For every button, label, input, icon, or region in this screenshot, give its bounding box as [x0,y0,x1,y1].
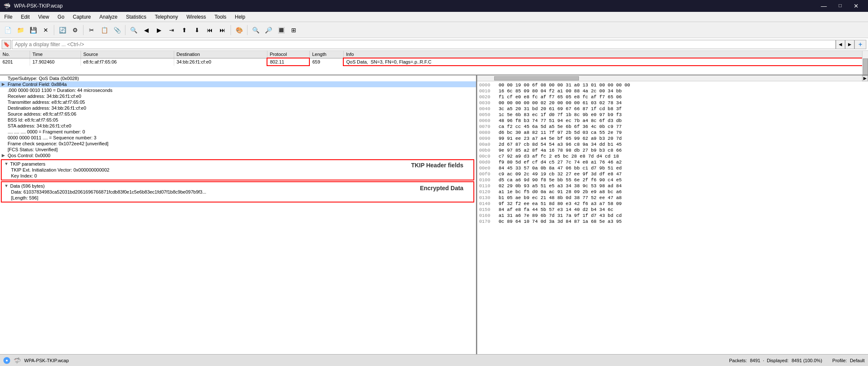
menu-wireless[interactable]: Wireless [182,12,210,22]
table-row[interactable]: 6201 17.902460 e8:fc:af:f7:65:06 34:bb:2… [0,58,868,66]
hex-row[interactable]: 0130b1 05 ae b9 ec 21 48 8b 0d 38 77 52 … [478,195,867,201]
toolbar-prev[interactable]: ⬆ [178,24,190,36]
toolbar-save[interactable]: 💾 [27,24,39,36]
menu-analyze[interactable]: Analyze [95,12,122,22]
menu-edit[interactable]: Edit [17,12,34,22]
toolbar-paste[interactable]: 📎 [111,24,123,36]
hex-row[interactable]: 01409f 32 f2 ee ea 51 8d 80 e3 42 f6 a3 … [478,201,867,207]
hex-row[interactable]: 0160a1 31 a6 7e 89 6b 7d 31 7a 9f 1f d7 … [478,213,867,219]
col-destination[interactable]: Destination [174,51,267,58]
toolbar-go-to[interactable]: ⇥ [166,24,178,36]
toolbar-zoom-in[interactable]: 🔍 [250,24,262,36]
packet-list-scrollbar[interactable] [862,51,868,75]
filter-next-button[interactable]: ▶ [845,40,854,49]
hex-row[interactable]: 00501c 5e 6b 83 ec 1f d0 7f 1b 8c 9b e0 … [478,112,867,118]
filter-add-button[interactable]: + [854,40,866,49]
toolbar-copy[interactable]: 📋 [98,24,110,36]
detail-data-length[interactable]: [Length: 596] [3,195,473,201]
hex-row[interactable]: 009099 91 ee 23 a7 a4 5e bf 05 99 62 a9 … [478,136,867,141]
toolbar-cut[interactable]: ✂ [86,24,97,36]
hex-row[interactable]: 000000 00 19 00 6f 08 00 00 31 a0 13 01 … [478,82,867,88]
detail-fcs-status[interactable]: [FCS Status: Unverified] [0,147,476,152]
hex-row[interactable]: 0080d6 bc 30 a8 82 11 7f 97 2b 5d 03 ca … [478,130,867,136]
col-source[interactable]: Source [81,51,174,58]
toolbar-back[interactable]: ◀ [140,24,152,36]
menu-capture[interactable]: Capture [69,12,95,22]
hex-bytes: f9 80 5d ef cf d4 c5 27 7c 74 e8 a1 76 4… [498,160,866,165]
detail-sta[interactable]: STA address: 34:bb:26:f1:cf:e0 [0,123,476,129]
detail-transmitter[interactable]: Transmitter address: e8:fc:af:f7:65:05 [0,99,476,105]
hex-row[interactable]: 00b09e 97 85 a2 8f 4a 16 78 98 db 27 b9 … [478,147,867,153]
detail-tkip-header[interactable]: ▼ TKIP parameters [3,161,473,167]
hex-row[interactable]: 00f0c9 ac 09 2c 49 19 cb 32 27 ee 9f 3d … [478,171,867,177]
menu-telephony[interactable]: Telephony [150,12,182,22]
hex-row[interactable]: 0100d5 ca a6 9d 90 f8 5e bb 55 6e 2f f6 … [478,177,867,183]
toolbar-find[interactable]: 🔍 [128,24,139,36]
hex-row[interactable]: 011002 29 0b 93 a5 51 e5 a3 34 38 9c 53 … [478,183,867,189]
hex-row[interactable]: 0020f1 cf e0 e8 fc af f7 65 05 e8 fc af … [478,94,867,100]
hex-scroll-right[interactable]: ▶ [862,75,868,81]
detail-data-header[interactable]: ▼ Data (596 bytes) [3,183,473,189]
toolbar-reload[interactable]: 🔄 [56,24,68,36]
filter-bookmark-button[interactable]: 🔖 [2,40,11,49]
menu-statistics[interactable]: Statistics [122,12,150,22]
detail-bssid[interactable]: BSS Id: e8:fc:af:f7:65:05 [0,117,476,123]
detail-scroll-area[interactable]: Type/Subtype: QoS Data (0x0028) ▶ Frame … [0,75,476,354]
hex-row[interactable]: 0070ca f2 cc 45 6a 5d a5 5e 6b 6f 36 4c … [478,124,867,130]
toolbar-close[interactable]: ✕ [40,24,52,36]
detail-source[interactable]: Source address: e8:fc:af:f7:65:06 [0,111,476,117]
filter-input[interactable] [12,40,836,49]
detail-tkip-key[interactable]: Key Index: 0 [3,173,473,179]
hex-row[interactable]: 006048 96 f8 b3 74 77 51 94 ec 7b a4 8c … [478,118,867,124]
toolbar-forward[interactable]: ▶ [153,24,165,36]
detail-fcs[interactable]: Frame check sequence: 0x1072ee42 [unveri… [0,141,476,147]
toolbar-next[interactable]: ⬇ [191,24,203,36]
hex-scroll-area[interactable]: 000000 00 19 00 6f 08 00 00 31 a0 13 01 … [477,81,868,354]
detail-destination[interactable]: Destination address: 34:bb:26:f1:cf:e0 [0,105,476,111]
toolbar-capture-options[interactable]: ⚙ [69,24,81,36]
toolbar-zoom-out[interactable]: 🔎 [262,24,274,36]
detail-qos[interactable]: ▶ Qos Control: 0x0000 [0,152,476,158]
hex-row[interactable]: 0120a1 1e bc f5 d0 0a ac 91 28 09 2b e9 … [478,189,867,195]
detail-sequence[interactable]: 0000 0000 0011 .... = Sequence number: 3 [0,135,476,141]
menu-tools[interactable]: Tools [210,12,231,22]
hex-row[interactable]: 00e084 45 33 57 0a 0b 8a 47 06 bb c1 d7 … [478,165,867,171]
menu-help[interactable]: Help [231,12,250,22]
toolbar-new[interactable]: 📄 [2,24,14,36]
col-info[interactable]: Info [343,51,868,58]
hex-row[interactable]: 003000 00 00 00 00 02 20 00 00 00 61 03 … [478,100,867,106]
hex-row[interactable]: 00c0c7 92 a9 d3 af fc 2 e5 bc 28 e8 7d d… [478,153,867,159]
maximize-button[interactable]: □ [833,2,848,10]
hex-row[interactable]: 00a02d 67 87 cb 8d 54 54 a3 96 c8 9a 34 … [478,141,867,147]
hex-row[interactable]: 015084 af e8 fa 44 5b 57 e3 14 40 d2 b4 … [478,207,867,213]
detail-type-subtype[interactable]: Type/Subtype: QoS Data (0x0028) [0,75,476,81]
close-button[interactable]: ✕ [848,2,865,10]
detail-frame-control[interactable]: ▶ Frame Control Field: 0x884a [0,81,476,87]
hex-row[interactable]: 001016 6c 85 09 80 04 f2 a1 00 88 4a 2c … [478,88,867,94]
hex-row[interactable]: 01700c 89 64 10 74 0d 3a 3d 84 87 1a 68 … [478,219,867,225]
col-time[interactable]: Time [30,51,81,58]
col-no[interactable]: No. [0,51,30,58]
toolbar-zoom-fit[interactable]: ⊞ [288,24,300,36]
toolbar-open[interactable]: 📁 [14,24,26,36]
toolbar-colorize[interactable]: 🎨 [233,24,245,36]
menu-view[interactable]: View [34,12,53,22]
col-length[interactable]: Length [309,51,343,58]
detail-duration[interactable]: .000 0000 0010 1100 = Duration: 44 micro… [0,87,476,93]
detail-tkip-iv[interactable]: TKIP Ext. Initialization Vector: 0x00000… [3,167,473,173]
hex-hscrollbar[interactable]: ▶ [477,75,868,81]
toolbar-last[interactable]: ⏭ [217,24,228,36]
menu-file[interactable]: File [0,12,17,22]
hex-row[interactable]: 00d0f9 80 5d ef cf d4 c5 27 7c 74 e8 a1 … [478,159,867,165]
detail-fragment[interactable]: .... .... .... 0000 = Fragment number: 0 [0,129,476,135]
toolbar-zoom-reset[interactable]: 🔳 [275,24,287,36]
detail-data-bytes[interactable]: Data: 61037834983ca52031bd2061696766871f… [3,189,473,195]
menu-go[interactable]: Go [53,12,69,22]
minimize-button[interactable]: — [815,2,833,10]
statusbar-capture-icon[interactable]: 🦈 [14,357,21,364]
detail-receiver[interactable]: Receiver address: 34:bb:26:f1:cf:e0 [0,93,476,99]
hex-row[interactable]: 00403c a5 20 31 bd 20 61 69 67 66 87 1f … [478,106,867,112]
toolbar-first[interactable]: ⏮ [204,24,216,36]
col-protocol[interactable]: Protocol [267,51,309,58]
filter-prev-button[interactable]: ◀ [836,40,845,49]
